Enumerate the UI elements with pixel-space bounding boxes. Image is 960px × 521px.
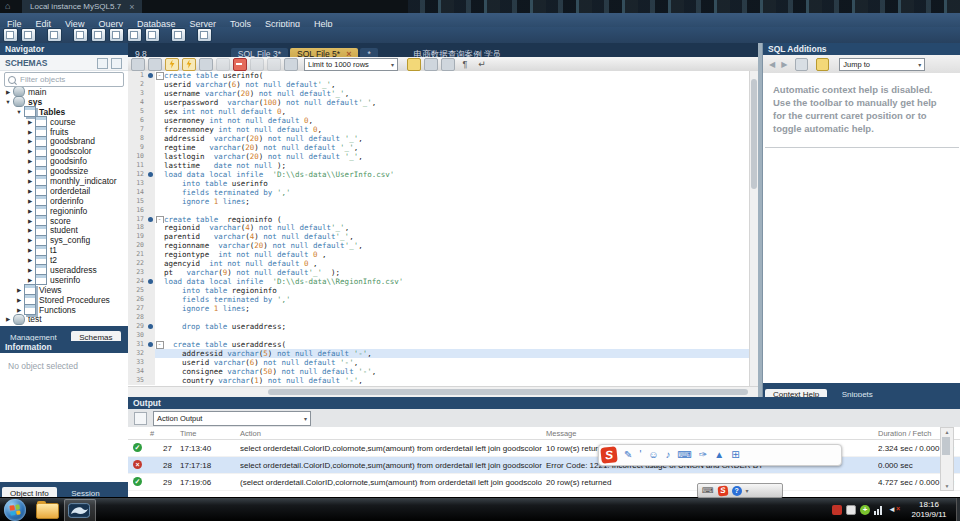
ime-soft-keyboard-icon[interactable]: ⌨: [678, 446, 692, 464]
ime-toolbar[interactable]: S ✎'☺♪⌨✑▲⊞: [598, 444, 842, 466]
tree-item-views[interactable]: ▶Views: [0, 285, 128, 295]
save-icon[interactable]: [148, 58, 162, 71]
scrollbar-thumb[interactable]: [268, 389, 748, 395]
taskbar-workbench-button[interactable]: [64, 499, 96, 521]
tree-item-regioninfo[interactable]: ▶regioninfo: [0, 206, 128, 216]
gutter-spacer: [146, 89, 155, 98]
touch-input-icon[interactable]: [846, 505, 856, 515]
tree-item-test[interactable]: ▶test: [0, 314, 128, 324]
ime-punctuation-icon[interactable]: ': [639, 446, 641, 464]
chevron-down-icon[interactable]: ▾: [746, 487, 749, 494]
window-tab[interactable]: Local instance MySQL5.7 ×: [22, 0, 142, 13]
sogou-logo-icon[interactable]: S: [717, 485, 728, 496]
tree-collapsed-icon: ▶: [4, 89, 12, 95]
create-table-icon[interactable]: [91, 28, 106, 42]
limit-rows-dropdown[interactable]: Limit to 1000 rows ▾: [304, 58, 398, 71]
refresh-schemas-icon[interactable]: [97, 58, 108, 69]
find-icon[interactable]: [441, 58, 455, 71]
scroll-down-icon[interactable]: ▼: [941, 482, 953, 490]
back-icon[interactable]: ◀: [769, 60, 775, 69]
scroll-up-icon[interactable]: ▲: [941, 428, 953, 436]
ime-toolbox-icon[interactable]: ⊞: [731, 446, 739, 464]
tree-item-t1[interactable]: ▶t1: [0, 245, 128, 255]
security-status-icon[interactable]: +: [860, 505, 870, 515]
show-desktop-button[interactable]: [956, 498, 960, 521]
ime-mini-bar[interactable]: ⌨ S ? ▾: [697, 483, 783, 498]
tree-item-course[interactable]: ▶course: [0, 117, 128, 127]
ime-input-mode-icon[interactable]: ✎: [624, 446, 632, 464]
gutter-spacer: [146, 295, 155, 304]
output-type-dropdown[interactable]: Action Output ▾: [153, 411, 311, 426]
home-icon[interactable]: ⌂: [5, 0, 10, 13]
scrollbar-thumb[interactable]: [942, 437, 950, 455]
explain-icon[interactable]: [199, 58, 213, 71]
execute-current-icon[interactable]: [182, 58, 196, 71]
stop-icon[interactable]: [216, 58, 230, 71]
taskbar-clock[interactable]: 18:16 2019/9/11: [902, 500, 956, 520]
create-function-icon[interactable]: [145, 28, 160, 42]
rollback-icon[interactable]: [267, 58, 281, 71]
toggle-autocommit-icon[interactable]: [284, 58, 298, 71]
wrap-text-icon[interactable]: ↵: [475, 58, 489, 71]
ime-handwriting-icon[interactable]: ✑: [699, 446, 707, 464]
new-sql-tab-icon[interactable]: [3, 28, 18, 42]
collapse-all-icon[interactable]: [111, 58, 122, 69]
code-editor[interactable]: 1create table userinfo(2userid varchar(6…: [128, 71, 758, 385]
taskbar-explorer-button[interactable]: [32, 499, 62, 521]
search-table-data-icon[interactable]: [171, 28, 186, 42]
network-icon[interactable]: [874, 505, 884, 515]
tree-item-goodsinfo[interactable]: ▶goodsinfo: [0, 156, 128, 166]
tree-item-stored-procedures[interactable]: ▶Stored Procedures: [0, 295, 128, 305]
start-button[interactable]: [4, 499, 26, 521]
open-sql-script-icon[interactable]: [21, 28, 36, 42]
tree-item-goodssize[interactable]: ▶goodssize: [0, 166, 128, 176]
create-view-icon[interactable]: [109, 28, 124, 42]
execute-icon[interactable]: [165, 58, 179, 71]
tree-item-sys[interactable]: ▼sys: [0, 97, 128, 107]
output-scrollbar[interactable]: ▲ ▼: [940, 427, 954, 491]
forward-icon[interactable]: ▶: [781, 60, 787, 69]
beautify-icon[interactable]: [407, 58, 421, 71]
manual-context-help-icon[interactable]: [795, 58, 808, 71]
toggle-automatic-help-icon[interactable]: [816, 58, 829, 71]
sogou-logo-icon[interactable]: S: [600, 446, 618, 464]
tree-item-score[interactable]: ▶score: [0, 216, 128, 226]
editor-horizontal-scrollbar[interactable]: [128, 386, 758, 397]
commit-icon[interactable]: [250, 58, 264, 71]
jump-to-dropdown[interactable]: Jump to ▾: [839, 58, 925, 71]
output-row[interactable]: ✓2917:19:06(select orderdetail.ColorID,c…: [128, 474, 960, 491]
tree-item-fruits[interactable]: ▶fruits: [0, 127, 128, 137]
tree-item-student[interactable]: ▶student: [0, 225, 128, 235]
tree-item-orderdetail[interactable]: ▶orderdetail: [0, 186, 128, 196]
editor-vertical-scrollbar[interactable]: [749, 71, 758, 386]
tree-item-tables[interactable]: ▼Tables: [0, 107, 128, 117]
invisibles-icon[interactable]: ¶: [458, 58, 472, 71]
tree-item-t2[interactable]: ▶t2: [0, 255, 128, 265]
inspector-icon[interactable]: [47, 28, 62, 42]
ime-voice-input-icon[interactable]: ♪: [666, 446, 671, 464]
ime-indicator-icon[interactable]: [832, 505, 842, 515]
tree-item-orderinfo[interactable]: ▶orderinfo: [0, 196, 128, 206]
create-schema-icon[interactable]: [73, 28, 88, 42]
line-number: 4: [128, 98, 146, 107]
close-window-tab-icon[interactable]: ×: [129, 2, 134, 12]
toggle-stop-on-error-icon[interactable]: [233, 58, 247, 71]
ime-skin-icon[interactable]: ▲: [714, 446, 724, 464]
scrollbar-thumb[interactable]: [751, 79, 757, 189]
open-file-icon[interactable]: [131, 58, 145, 71]
help-icon[interactable]: ?: [732, 486, 742, 496]
clear-icon[interactable]: [424, 58, 438, 71]
tree-item-monthly-indicator[interactable]: ▶monthly_indicator: [0, 176, 128, 186]
tree-item-userinfo[interactable]: ▶userinfo: [0, 275, 128, 285]
filter-objects-input[interactable]: [18, 74, 123, 85]
tree-item-sys-config[interactable]: ▶sys_config: [0, 235, 128, 245]
create-procedure-icon[interactable]: [127, 28, 142, 42]
volume-muted-icon[interactable]: ◄: [888, 505, 898, 515]
ime-emoticon-icon[interactable]: ☺: [648, 446, 658, 464]
tree-item-goodsbrand[interactable]: ▶goodsbrand: [0, 136, 128, 146]
code-text: lasttime date not null );: [164, 161, 758, 170]
reconnect-dbms-icon[interactable]: [197, 28, 212, 42]
tree-item-useraddress[interactable]: ▶useraddress: [0, 265, 128, 275]
keyboard-icon[interactable]: ⌨: [702, 486, 714, 495]
tree-item-goodscolor[interactable]: ▶goodscolor: [0, 146, 128, 156]
